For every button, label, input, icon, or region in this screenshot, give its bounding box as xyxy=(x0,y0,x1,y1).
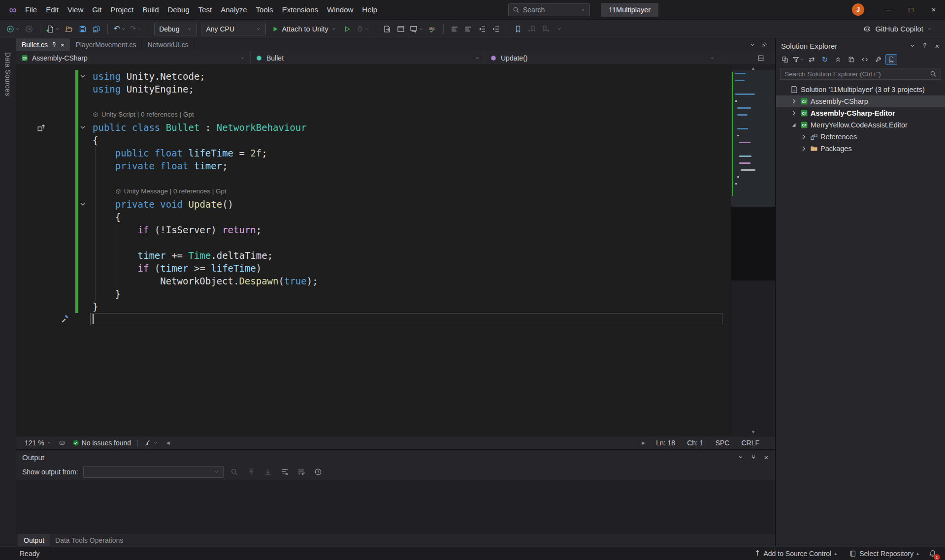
previous-message-button[interactable] xyxy=(245,466,257,478)
navigate-back-button[interactable] xyxy=(5,22,22,36)
menu-item-view[interactable]: View xyxy=(63,0,88,19)
document-health-indicator[interactable]: No issues found xyxy=(69,436,134,449)
increase-indent-button[interactable] xyxy=(489,22,502,36)
member-dropdown[interactable]: Update() xyxy=(485,51,719,64)
block-comment-button[interactable] xyxy=(462,22,475,36)
project-dropdown[interactable]: C# Assembly-CSharp xyxy=(16,51,251,64)
code-cleanup-button[interactable] xyxy=(140,436,162,449)
code-line-19[interactable]: } xyxy=(16,300,731,313)
code-line-16[interactable]: if (timer >= lifeTime) xyxy=(16,262,731,275)
bottom-tab-output[interactable]: Output xyxy=(18,534,50,546)
tab-networkui-cs[interactable]: NetworkUI.cs xyxy=(142,38,194,51)
code-line-20[interactable] xyxy=(16,313,731,326)
previous-bookmark-button[interactable] xyxy=(525,22,538,36)
horizontal-scrollbar[interactable]: ◀ ▶ xyxy=(165,436,646,449)
timestamp-button[interactable] xyxy=(312,466,324,478)
chevron-collapsed-icon[interactable] xyxy=(800,133,808,141)
output-source-dropdown[interactable] xyxy=(83,466,224,478)
code-line-17[interactable]: NetworkObject.Despawn(true); xyxy=(16,275,731,287)
pin-icon[interactable] xyxy=(750,454,756,460)
menu-item-analyze[interactable]: Analyze xyxy=(216,0,251,19)
pin-icon[interactable] xyxy=(922,43,928,49)
fold-chevron-icon[interactable] xyxy=(79,72,87,80)
code-line-2[interactable]: using UnityEngine; xyxy=(16,83,731,95)
copilot-status-button[interactable] xyxy=(55,436,69,449)
open-containing-folder-button[interactable] xyxy=(381,22,393,36)
code-line-5[interactable]: public class Bullet : NetworkBehaviour xyxy=(16,121,731,134)
toolbar-overflow-button[interactable] xyxy=(553,22,566,36)
split-window-button[interactable] xyxy=(757,51,775,64)
save-button[interactable] xyxy=(76,22,89,36)
code-line-11[interactable]: private void Update() xyxy=(16,198,731,211)
attach-to-unity-button[interactable]: Attach to Unity xyxy=(268,22,339,36)
save-all-button[interactable] xyxy=(90,22,103,36)
chevron-collapsed-icon[interactable] xyxy=(790,97,798,105)
menu-item-file[interactable]: File xyxy=(21,0,41,19)
column-indicator[interactable]: Ch: 1 xyxy=(681,439,709,447)
scroll-left-icon[interactable]: ◀ xyxy=(166,436,170,449)
redo-button[interactable]: ↷ xyxy=(129,22,144,36)
pin-icon[interactable] xyxy=(51,42,57,48)
type-dropdown[interactable]: Bullet xyxy=(251,51,485,64)
close-icon[interactable]: × xyxy=(763,454,769,460)
spaces-indicator[interactable]: SPC xyxy=(710,439,736,447)
tree-item-packages[interactable]: Packages xyxy=(776,143,945,155)
menu-item-project[interactable]: Project xyxy=(106,0,138,19)
tab-playermovement-cs[interactable]: PlayerMovement.cs xyxy=(70,38,142,51)
solution-configuration-dropdown[interactable]: Debug xyxy=(154,23,197,35)
tree-item-merryyellow-codeassist-editor[interactable]: C#MerryYellow.CodeAssist.Editor xyxy=(776,119,945,131)
properties-button[interactable] xyxy=(872,54,884,65)
code-line-15[interactable]: timer += Time.deltaTime; xyxy=(16,249,731,262)
menu-item-help[interactable]: Help xyxy=(358,0,382,19)
preview-window-button[interactable] xyxy=(394,22,407,36)
properties-pages-button[interactable] xyxy=(846,54,857,65)
script-class-glyph-icon[interactable] xyxy=(37,123,46,132)
search-box[interactable]: Search xyxy=(508,3,590,16)
scroll-up-icon[interactable]: ▲ xyxy=(731,65,775,71)
data-sources-tab[interactable]: Data Sources xyxy=(4,52,12,96)
browser-link-button[interactable] xyxy=(408,22,425,36)
chevron-down-icon[interactable] xyxy=(749,42,755,48)
bottom-tab-data-tools-operations[interactable]: Data Tools Operations xyxy=(50,534,129,546)
quick-actions-icon[interactable] xyxy=(61,315,69,324)
scroll-right-icon[interactable]: ▶ xyxy=(642,436,645,449)
toggle-bookmark-button[interactable] xyxy=(512,22,524,36)
clear-all-button[interactable] xyxy=(279,466,291,478)
refresh-button[interactable]: ↻ xyxy=(819,54,831,65)
solution-platform-dropdown[interactable]: Any CPU xyxy=(201,23,266,35)
add-to-source-control-button[interactable]: ↑ Add to Source Control ▴ xyxy=(750,547,841,560)
output-content[interactable] xyxy=(16,480,775,534)
filter-button[interactable] xyxy=(792,54,804,65)
code-line-18[interactable]: } xyxy=(16,287,731,300)
menu-item-build[interactable]: Build xyxy=(138,0,163,19)
menu-item-window[interactable]: Window xyxy=(323,0,358,19)
code-line-6[interactable]: { xyxy=(16,134,731,147)
navigate-forward-button[interactable] xyxy=(23,22,35,36)
menu-item-edit[interactable]: Edit xyxy=(41,0,63,19)
chevron-collapsed-icon[interactable] xyxy=(800,145,808,153)
sync-with-active-document-button[interactable] xyxy=(885,54,897,65)
menu-item-test[interactable]: Test xyxy=(194,0,217,19)
chevron-down-icon[interactable] xyxy=(910,43,915,49)
solution-explorer-search-input[interactable] xyxy=(784,70,927,78)
code-line-4[interactable]: Unity Script | 0 references | Gpt xyxy=(16,108,731,121)
code-line-3[interactable] xyxy=(16,95,731,108)
close-button[interactable]: × xyxy=(922,0,945,19)
start-without-debugging-button[interactable] xyxy=(341,22,354,36)
code-line-10[interactable]: Unity Message | 0 references | Gpt xyxy=(16,185,731,198)
undo-button[interactable]: ↶ xyxy=(112,22,128,36)
close-icon[interactable]: × xyxy=(934,43,940,49)
code-editor[interactable]: using Unity.Netcode;using UnityEngine;Un… xyxy=(16,65,775,436)
line-ending-indicator[interactable]: CRLF xyxy=(735,439,765,447)
find-message-button[interactable] xyxy=(228,466,240,478)
hot-reload-button[interactable] xyxy=(355,22,371,36)
minimap-scrollbar[interactable]: ▲ ▼ xyxy=(731,65,775,436)
spell-check-button[interactable]: abc xyxy=(426,22,439,36)
menu-item-debug[interactable]: Debug xyxy=(163,0,194,19)
github-copilot-button[interactable]: GitHub Copilot xyxy=(863,25,940,33)
line-indicator[interactable]: Ln: 18 xyxy=(650,439,681,447)
line-comment-button[interactable] xyxy=(448,22,461,36)
zoom-control[interactable]: 121 % xyxy=(21,436,55,449)
open-file-button[interactable] xyxy=(63,22,75,36)
new-file-button[interactable] xyxy=(45,22,62,36)
